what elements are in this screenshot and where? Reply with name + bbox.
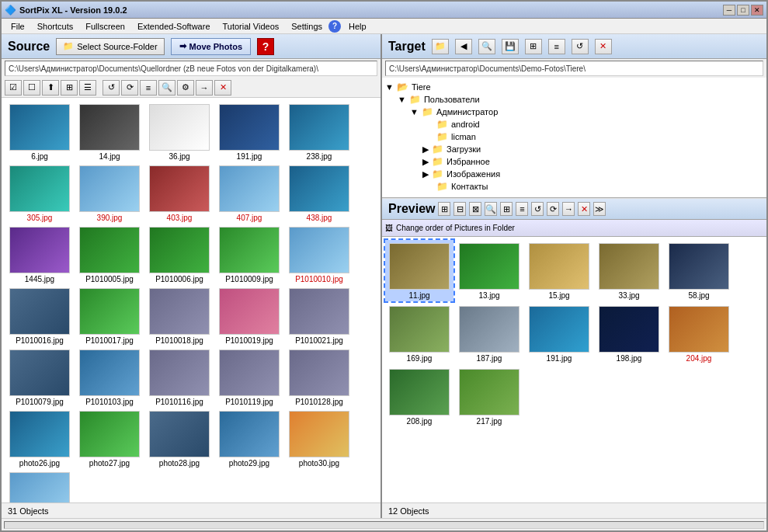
prev-btn8[interactable]: ⟳ <box>547 202 559 216</box>
target-zoom-btn[interactable]: 🔍 <box>478 39 495 54</box>
preview-photo-item[interactable]: 208.jpg <box>385 366 454 427</box>
source-photo-item[interactable]: P1010116.jpg <box>144 346 214 408</box>
source-photo-item[interactable]: photo26.jpg <box>5 408 75 469</box>
source-photo-item[interactable]: P1010128.jpg <box>284 346 354 408</box>
target-list-btn[interactable]: ≡ <box>548 39 565 54</box>
target-prev-btn[interactable]: ◀ <box>455 39 472 54</box>
source-photo-item[interactable]: 305.jpg <box>5 162 75 224</box>
prev-more-btn[interactable]: ≫ <box>593 202 606 216</box>
preview-photo-item[interactable]: 217.jpg <box>455 366 523 427</box>
menu-tutorial-videos[interactable]: Tutorial Videos <box>217 20 286 33</box>
grid-view-button[interactable]: ⊞ <box>61 80 78 96</box>
source-photo-item[interactable]: 14.jpg <box>75 101 144 162</box>
preview-photo-item[interactable]: 191.jpg <box>525 303 593 364</box>
sync-button[interactable]: ⟳ <box>121 80 138 96</box>
source-photo-item[interactable]: photo29.jpg <box>214 408 284 469</box>
source-photo-item[interactable]: photo28.jpg <box>144 408 214 469</box>
preview-photo-item[interactable]: 198.jpg <box>595 303 663 364</box>
tree-item-users[interactable]: ▼ 📁 Пользователи <box>398 93 763 106</box>
source-photo-item[interactable]: 438.jpg <box>284 162 354 224</box>
tree-item-admin[interactable]: ▼ 📁 Администратор <box>410 106 763 118</box>
prev-close-btn[interactable]: ✕ <box>578 202 590 216</box>
preview-photo-item[interactable]: 11.jpg <box>385 240 454 301</box>
refresh-button[interactable]: ↺ <box>103 80 120 96</box>
settings-button[interactable]: ⚙ <box>177 80 194 96</box>
prev-btn5[interactable]: ⊞ <box>500 202 513 216</box>
source-photo-item[interactable]: 403.jpg <box>144 162 214 224</box>
target-refresh-btn[interactable]: ↺ <box>572 39 589 54</box>
prev-btn7[interactable]: ↺ <box>531 202 544 216</box>
list-view-button[interactable]: ☰ <box>79 80 96 96</box>
source-photo-item[interactable]: 238.jpg <box>284 101 354 162</box>
source-photo-item[interactable]: photo30.jpg <box>284 408 354 469</box>
source-photo-item[interactable]: 191.jpg <box>214 101 284 162</box>
select-none-button[interactable]: ☐ <box>23 80 40 96</box>
source-photo-item[interactable]: P1010119.jpg <box>214 346 284 408</box>
target-folder-btn[interactable]: 📁 <box>432 39 449 54</box>
source-photo-item[interactable]: photo31.jpg <box>5 469 75 502</box>
prev-sort-btn[interactable]: ⊞ <box>438 202 450 216</box>
source-photo-item[interactable]: 390.jpg <box>75 162 144 224</box>
source-photo-item[interactable]: P1010021.jpg <box>284 285 354 346</box>
preview-photo-item[interactable]: 13.jpg <box>455 240 523 301</box>
prev-btn9[interactable]: → <box>562 202 575 216</box>
menu-settings[interactable]: Settings <box>285 20 328 33</box>
source-photo-item[interactable]: P1010079.jpg <box>5 346 75 408</box>
source-photo-item[interactable]: 1445.jpg <box>5 224 75 285</box>
maximize-button[interactable]: □ <box>737 5 749 16</box>
tree-root[interactable]: ▼ 📂 Tiere <box>385 81 763 93</box>
move-photos-button[interactable]: ➡ Move Photos <box>171 38 251 55</box>
select-up-button[interactable]: ⬆ <box>42 80 59 96</box>
tree-item-favorites[interactable]: ▶ 📁 Избранное <box>422 155 763 168</box>
preview-photo-item[interactable]: 187.jpg <box>455 303 523 364</box>
source-photo-item[interactable]: 407.jpg <box>214 162 284 224</box>
prev-btn6[interactable]: ≡ <box>516 202 528 216</box>
minimize-button[interactable]: ─ <box>723 5 735 16</box>
menu-extended-software[interactable]: Extended-Software <box>131 20 217 33</box>
source-photo-item[interactable]: P1010103.jpg <box>75 346 144 408</box>
source-photo-item[interactable]: photo27.jpg <box>75 408 144 469</box>
preview-photo-item[interactable]: 33.jpg <box>595 240 663 301</box>
preview-title: Preview <box>388 202 435 216</box>
source-photo-item[interactable]: P1010010.jpg <box>284 224 354 285</box>
preview-photo-item[interactable]: 204.jpg <box>665 303 733 364</box>
menu-fullscreen[interactable]: Fullscreen <box>79 20 131 33</box>
source-photo-item[interactable]: P1010019.jpg <box>214 285 284 346</box>
preview-photo-item[interactable]: 15.jpg <box>525 240 593 301</box>
source-photo-item[interactable]: P1010005.jpg <box>75 224 144 285</box>
prev-btn3[interactable]: ⊠ <box>469 202 481 216</box>
delete-button[interactable]: ✕ <box>214 80 231 96</box>
source-photo-item[interactable]: 36.jpg <box>144 101 214 162</box>
source-photo-item[interactable]: P1010017.jpg <box>75 285 144 346</box>
scrollbar-track[interactable] <box>4 521 764 529</box>
source-photo-item[interactable]: P1010006.jpg <box>144 224 214 285</box>
prev-btn4[interactable]: 🔍 <box>485 202 497 216</box>
tree-item-images[interactable]: ▶ 📁 Изображения <box>422 168 763 180</box>
zoom-in-button[interactable]: 🔍 <box>158 80 175 96</box>
photo-thumbnail <box>289 349 349 396</box>
tree-item-android[interactable]: 📁 android <box>422 118 763 130</box>
arrow-button[interactable]: → <box>196 80 213 96</box>
select-all-button[interactable]: ☑ <box>5 80 22 96</box>
prev-btn2[interactable]: ⊟ <box>454 202 466 216</box>
source-photo-item[interactable]: P1010018.jpg <box>144 285 214 346</box>
close-button[interactable]: ✕ <box>751 5 763 16</box>
tree-label: Загрузки <box>447 144 481 154</box>
preview-photo-item[interactable]: 58.jpg <box>665 240 733 301</box>
menu-file[interactable]: File <box>5 20 31 33</box>
menu-help[interactable]: Help <box>342 20 373 33</box>
tree-item-downloads[interactable]: ▶ 📁 Загрузки <box>422 143 763 155</box>
source-photo-item[interactable]: 6.jpg <box>5 101 75 162</box>
target-close-btn[interactable]: ✕ <box>595 39 612 54</box>
preview-photo-item[interactable]: 169.jpg <box>385 303 454 364</box>
target-grid-btn[interactable]: ⊞ <box>525 39 542 54</box>
help-question-button[interactable]: ? <box>257 38 274 55</box>
details-button[interactable]: ≡ <box>140 80 157 96</box>
tree-item-contacts[interactable]: 📁 Контакты <box>422 180 763 193</box>
tree-item-licman[interactable]: 📁 licman <box>422 130 763 143</box>
source-photo-item[interactable]: P1010009.jpg <box>214 224 284 285</box>
menu-shortcuts[interactable]: Shortcuts <box>31 20 79 33</box>
select-source-folder-button[interactable]: 📁 Select Source-Folder <box>56 38 164 55</box>
source-photo-item[interactable]: P1010016.jpg <box>5 285 75 346</box>
target-save-btn[interactable]: 💾 <box>502 39 519 54</box>
